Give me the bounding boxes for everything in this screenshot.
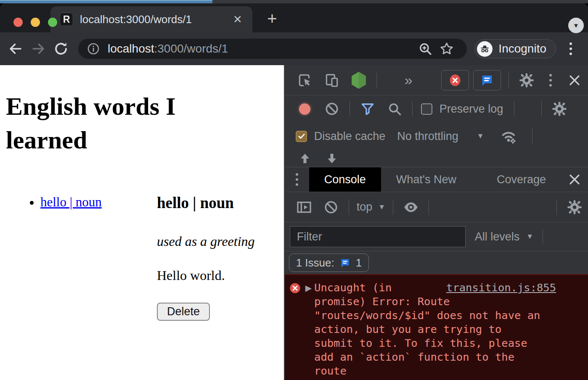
checkbox-checked-icon [296,131,307,142]
error-count-badge[interactable] [441,70,469,90]
browser-toolbar: localhost:3000/words/1 Incognito [0,32,588,65]
error-first-line: Uncaught (in [314,281,392,295]
console-filter-input[interactable] [290,226,466,247]
bookmark-star-icon[interactable] [435,39,458,58]
context-label: top [357,201,373,214]
issues-row: 1 Issue: 1 [285,251,588,274]
har-buttons-row [285,150,588,167]
tab-strip: R localhost:3000/words/1 ✕ + ▼ [0,3,588,32]
word-detail: hello | noun used as a greeting Hello wo… [157,194,255,321]
tab-title: localhost:3000/words/1 [80,13,230,26]
filter-button[interactable] [354,96,381,121]
drawer-menu-button[interactable] [285,173,309,186]
import-har-button[interactable] [291,150,318,167]
execution-context-select[interactable]: top ▼ [357,201,385,214]
close-window-button[interactable] [13,18,23,27]
network-conditions-row: Disable cache No throttling ▼ [285,122,588,150]
devtools-menu-button[interactable] [540,68,561,93]
search-button[interactable] [381,96,408,121]
site-info-icon[interactable] [87,42,100,55]
console-toolbar: top ▼ [285,192,588,222]
tab-search-button[interactable]: ▼ [568,18,584,33]
tab-whats-new[interactable]: What's New [381,167,471,192]
web-page: English words I learned hello | noun hel… [0,65,284,380]
word-example: Hello world. [157,268,255,283]
export-har-button[interactable] [318,150,345,167]
disable-cache-checkbox[interactable] [291,124,312,149]
drawer-tab-bar: Console What's New Coverage [285,167,588,192]
issue-counter-button[interactable]: 1 Issue: 1 [289,253,369,272]
error-message-text: promise) Error: Route "routes/words/$id"… [314,295,556,378]
browser-window: R localhost:3000/words/1 ✕ + ▼ localhost… [0,3,588,380]
forward-button[interactable] [27,37,50,60]
chevron-down-icon: ▼ [477,132,484,140]
kebab-menu-icon [549,74,552,87]
word-link[interactable]: hello | noun [40,195,102,209]
browser-tab[interactable]: R localhost:3000/words/1 ✕ [50,6,252,32]
inspect-element-button[interactable] [291,68,318,93]
macos-window-controls [13,18,57,27]
maximize-window-button[interactable] [48,18,57,27]
network-conditions-button[interactable] [495,124,522,149]
error-icon [289,282,301,294]
url-path: :3000/words/1 [154,42,228,55]
more-panels-button[interactable]: » [405,72,413,88]
background-window-strip [0,0,588,3]
console-sidebar-toggle[interactable] [291,195,318,220]
clear-network-log-button[interactable] [318,96,345,121]
incognito-icon [477,41,493,57]
minimize-window-button[interactable] [31,18,40,27]
device-toolbar-button[interactable] [318,68,345,93]
devtools-main-toolbar: » [285,65,588,95]
url-host: localhost [108,42,154,55]
network-settings-button[interactable] [546,96,573,121]
error-source-link[interactable]: transition.js:855 [446,281,556,295]
log-levels-select[interactable]: All levels ▼ [475,230,533,243]
console-filter-row: All levels ▼ [285,222,588,251]
devtools-panel: » [284,65,588,380]
drawer-close-button[interactable] [561,173,588,186]
incognito-label: Incognito [498,42,546,55]
log-levels-label: All levels [475,230,520,243]
network-toolbar: Preserve log [285,95,588,122]
new-tab-button[interactable]: + [262,9,282,28]
tab-close-icon[interactable]: ✕ [230,12,245,26]
disable-cache-label: Disable cache [314,130,386,143]
devtools-close-button[interactable] [561,68,588,93]
nodejs-debug-icon[interactable] [345,68,372,93]
chevron-down-icon: ▼ [526,232,533,241]
preserve-log-label: Preserve log [440,103,503,116]
delete-button[interactable]: Delete [157,303,210,321]
url-text: localhost:3000/words/1 [108,42,228,55]
word-definition: used as a greeting [157,234,255,249]
kebab-menu-icon [569,42,572,55]
issues-badge[interactable] [473,70,501,90]
console-error-message[interactable]: ▶ Uncaught (in transition.js:855 promise… [285,274,588,380]
incognito-badge[interactable]: Incognito [474,39,556,58]
tab-console[interactable]: Console [309,167,381,192]
list-item: hello | noun [40,194,157,211]
reload-button[interactable] [50,37,72,60]
expand-triangle-icon[interactable]: ▶ [305,283,312,293]
clear-console-button[interactable] [318,195,344,220]
console-settings-button[interactable] [561,195,588,220]
record-network-log-button[interactable] [291,96,318,121]
throttling-select[interactable]: No throttling [397,130,458,143]
checkbox-unchecked-icon [421,103,432,115]
issue-count: 1 [356,256,362,269]
live-expression-button[interactable] [397,195,424,220]
browser-menu-button[interactable] [559,37,582,60]
zoom-level-icon[interactable] [416,39,435,58]
error-text-block: Uncaught (in transition.js:855 promise) … [314,281,556,378]
remix-favicon-icon: R [60,13,73,26]
record-icon [299,103,310,115]
chevron-down-icon: ▼ [378,203,385,211]
kebab-menu-icon [296,173,298,186]
issue-text: 1 Issue: [296,256,334,269]
address-bar[interactable]: localhost:3000/words/1 [78,39,467,59]
devtools-settings-button[interactable] [513,68,540,93]
tab-coverage[interactable]: Coverage [482,167,561,192]
back-button[interactable] [4,37,27,60]
preserve-log-checkbox[interactable] [417,96,437,121]
word-list: hello | noun [0,194,157,321]
